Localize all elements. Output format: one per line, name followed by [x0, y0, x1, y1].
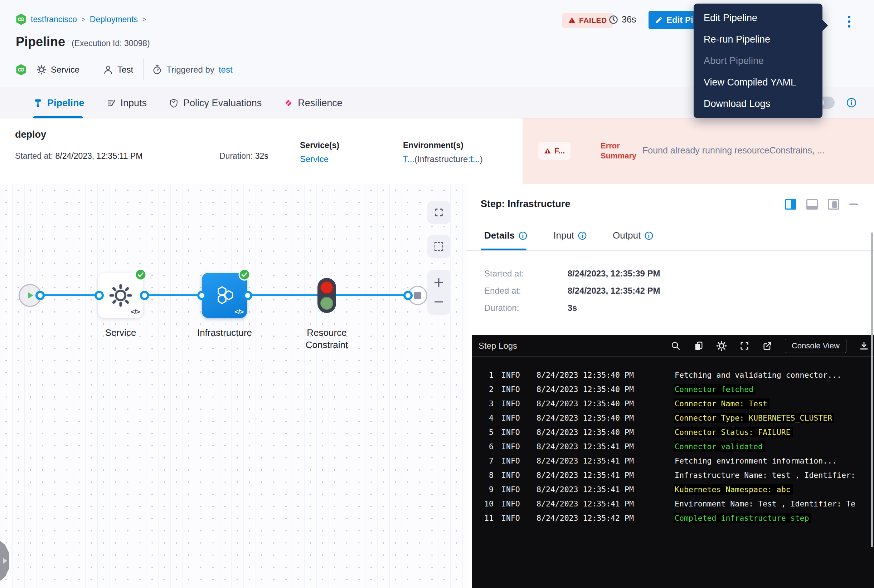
tab-details[interactable]: Details	[484, 230, 528, 241]
clock-icon	[608, 15, 618, 25]
service-meta-label: Service	[51, 65, 80, 75]
traffic-light-icon resource-constraint-node[interactable]	[317, 278, 336, 313]
log-level: INFO	[501, 485, 528, 494]
breadcrumb: testfrancisco > Deployments >	[16, 14, 146, 25]
menu-item-label: Abort Pipeline	[704, 56, 764, 66]
resilience-icon	[284, 98, 293, 108]
minimize-icon[interactable]	[849, 204, 858, 205]
floating-view-icon[interactable]	[828, 199, 839, 210]
tab-resilience[interactable]: Resilience	[284, 98, 343, 109]
triggered-by-user[interactable]: test	[219, 65, 233, 75]
pipeline-canvas[interactable]: </> </> Service	[0, 184, 466, 588]
menu-item[interactable]: Edit Pipeline	[693, 7, 823, 28]
detail-label: Ended at:	[484, 286, 565, 296]
log-timestamp: 8/24/2023 12:35:41 PM	[537, 485, 665, 494]
zoom-out-icon[interactable]	[433, 296, 445, 308]
elapsed-time-value: 36s	[622, 14, 636, 25]
menu-item[interactable]: Abort Pipeline	[693, 50, 823, 72]
log-level: INFO	[501, 456, 528, 465]
download-icon[interactable]	[859, 340, 869, 351]
log-timestamp: 8/24/2023 12:35:40 PM	[537, 385, 665, 394]
tab-output[interactable]: Output	[613, 230, 654, 241]
log-timestamp: 8/24/2023 12:35:40 PM	[537, 414, 665, 422]
tab-pipeline[interactable]: Pipeline	[33, 98, 84, 109]
search-icon[interactable]	[670, 340, 681, 351]
vertical-scrollbar[interactable]	[871, 232, 873, 547]
log-message: Completed infrastructure step	[674, 513, 811, 523]
detail-value: 3s	[568, 303, 577, 313]
log-line: 10 INFO 8/24/2023 12:35:41 PM Environmen…	[472, 496, 874, 511]
fullscreen-icon[interactable]	[739, 340, 750, 351]
pencil-icon	[655, 16, 663, 24]
tab-input[interactable]: Input	[553, 230, 587, 241]
service-step-node[interactable]: </>	[98, 273, 143, 318]
error-summary-section: F... Error Summary Found already running…	[522, 118, 874, 184]
canvas-select-button[interactable]	[427, 235, 450, 258]
log-line: 5 INFO 8/24/2023 12:35:40 PM Connector S…	[472, 425, 874, 439]
breadcrumb-deployments[interactable]: Deployments	[90, 15, 138, 24]
tab-policy-evaluations[interactable]: Policy Evaluations	[169, 98, 262, 109]
environments-value[interactable]: T...(Infrastructure:t...)	[403, 154, 483, 164]
open-in-new-icon[interactable]	[762, 340, 773, 351]
breadcrumb-account[interactable]: testfrancisco	[31, 15, 77, 24]
log-message: Fetching and validating connector...	[674, 370, 844, 380]
console-view-button[interactable]: Console View	[785, 339, 847, 353]
step-panel-title: Step: Infrastructure	[481, 198, 570, 210]
code-icon: </>	[131, 308, 140, 316]
status-badge-label: FAILED	[579, 16, 607, 25]
tab-inputs-label: Inputs	[120, 98, 147, 109]
canvas-fullscreen-button[interactable]	[427, 201, 450, 224]
user-icon	[103, 65, 113, 75]
menu-item[interactable]: View Compiled YAML	[693, 72, 823, 93]
detail-value: 8/24/2023, 12:35:42 PM	[568, 286, 660, 296]
settings-gear-icon[interactable]	[716, 340, 727, 351]
status-badge: FAILED	[562, 13, 613, 28]
log-level: INFO	[501, 499, 528, 508]
zoom-in-icon[interactable]	[433, 276, 445, 289]
log-line-number: 9	[472, 485, 493, 494]
canvas-zoom-controls	[427, 270, 450, 315]
log-message: Infrastructure Name: test , Identifier:	[674, 470, 857, 480]
duration: Duration: 32s	[220, 151, 268, 161]
log-line: 4 INFO 8/24/2023 12:35:40 PM Connector T…	[472, 411, 874, 425]
services-link[interactable]: Service	[300, 154, 329, 164]
log-line: 11 INFO 8/24/2023 12:35:42 PM Completed …	[472, 511, 874, 525]
failed-mini-badge-label: F...	[554, 146, 565, 156]
info-icon[interactable]	[644, 231, 654, 240]
connector-port	[403, 291, 413, 300]
step-logs-header: Step Logs	[472, 335, 874, 357]
log-timestamp: 8/24/2023 12:35:41 PM	[537, 456, 665, 465]
shield-check-icon	[169, 98, 179, 108]
services-header: Service(s)	[300, 141, 339, 150]
tab-inputs[interactable]: Inputs	[107, 98, 147, 109]
kebab-menu-icon[interactable]	[842, 13, 856, 30]
copy-icon[interactable]	[693, 340, 704, 351]
info-icon[interactable]	[578, 231, 587, 240]
log-line: 1 INFO 8/24/2023 12:35:40 PM Fetching an…	[472, 368, 874, 382]
error-summary-label: Error Summary	[600, 141, 644, 161]
split-view-icon[interactable]	[785, 199, 796, 210]
bottom-view-icon[interactable]	[806, 199, 818, 210]
divider	[466, 250, 874, 251]
connector-port	[95, 291, 104, 300]
menu-item-label: Re-run Pipeline	[704, 34, 770, 45]
run-summary-bar: deploy Started at: 8/24/2023, 12:35:11 P…	[0, 118, 874, 184]
triggered-by-label: Triggered by	[166, 65, 214, 75]
console-view-button-label: Console View	[792, 341, 839, 351]
failed-mini-badge: F...	[538, 142, 570, 160]
log-timestamp: 8/24/2023 12:35:41 PM	[537, 499, 665, 508]
menu-item[interactable]: Re-run Pipeline	[693, 28, 823, 50]
info-icon[interactable]	[846, 97, 857, 108]
environment-meta[interactable]: Test	[103, 65, 133, 75]
log-lines[interactable]: 1 INFO 8/24/2023 12:35:40 PM Fetching an…	[472, 368, 874, 525]
harness-logo-icon	[16, 14, 27, 25]
log-level: INFO	[501, 370, 528, 380]
service-meta[interactable]: Service	[36, 65, 80, 75]
info-icon[interactable]	[518, 231, 528, 240]
menu-item[interactable]: Download Logs	[693, 93, 823, 114]
environments-header: Environment(s)	[403, 141, 463, 150]
infrastructure-step-node[interactable]: </>	[202, 273, 247, 318]
log-line-number: 5	[472, 428, 493, 437]
pipeline-actions-menu: Edit Pipeline Re-run Pipeline Abort Pipe…	[693, 4, 823, 118]
connector-port	[140, 291, 149, 300]
